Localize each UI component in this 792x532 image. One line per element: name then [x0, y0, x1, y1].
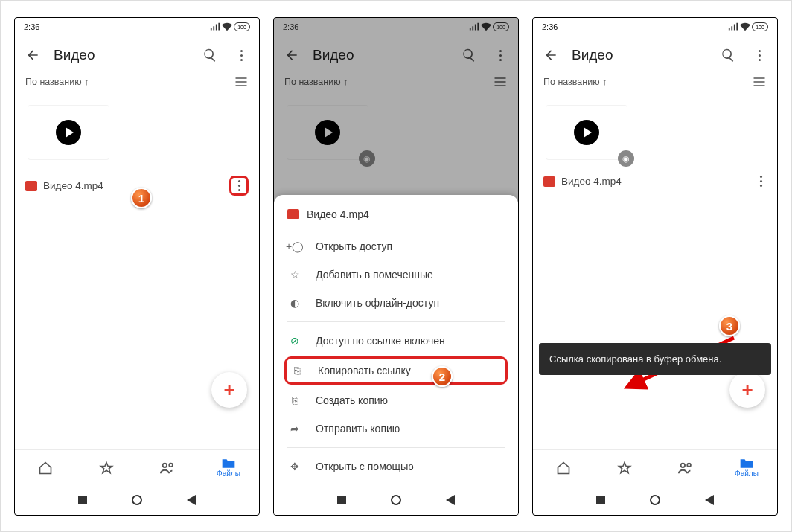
app-toolbar: Видео — [533, 36, 777, 74]
tab-files[interactable]: Файлы — [198, 458, 259, 478]
battery-icon: 100 — [234, 22, 250, 31]
nav-recents[interactable] — [78, 496, 87, 504]
menu-make-copy-label: Создать копию — [316, 394, 388, 406]
tab-shared[interactable] — [137, 461, 198, 475]
sort-label: По названию — [25, 77, 82, 87]
file-grid: Видео 4.mp4 1 + — [15, 92, 259, 449]
view-list-icon[interactable] — [752, 76, 767, 88]
copy-icon: ⎘ — [290, 365, 304, 376]
bottom-sheet: Видео 4.mp4 +◯ Открыть доступ ☆ Добавить… — [274, 195, 518, 485]
file-overflow-highlight — [229, 176, 249, 196]
nav-back[interactable] — [187, 495, 196, 505]
callout-1: 1 — [131, 188, 152, 208]
link-icon: ⊘ — [287, 335, 302, 347]
star-icon — [99, 461, 114, 475]
person-add-icon: +◯ — [287, 240, 302, 252]
file-type-icon — [543, 176, 555, 187]
sort-dir-icon: ↑ — [84, 77, 89, 87]
video-thumbnail[interactable]: ◉ — [546, 106, 627, 159]
menu-star-label: Добавить в помеченные — [316, 269, 433, 281]
menu-open-with-label: Открыть с помощью — [316, 461, 414, 472]
offline-icon: ◐ — [287, 297, 302, 309]
menu-make-copy[interactable]: ⎘ Создать копию — [274, 386, 518, 414]
overflow-button[interactable] — [749, 45, 770, 65]
menu-share[interactable]: +◯ Открыть доступ — [274, 232, 518, 260]
menu-star[interactable]: ☆ Добавить в помеченные — [274, 260, 518, 289]
page-title: Видео — [54, 47, 189, 63]
sheet-header: Видео 4.mp4 — [274, 205, 518, 232]
page-title: Видео — [572, 47, 707, 63]
bottom-tabs: Файлы — [533, 449, 777, 485]
open-with-icon: ✥ — [287, 461, 302, 472]
menu-copy-link[interactable]: ⎘ Копировать ссылку — [284, 356, 508, 385]
tab-home[interactable] — [15, 461, 76, 475]
android-nav — [533, 485, 777, 515]
menu-open-with[interactable]: ✥ Открыть с помощью — [274, 452, 518, 481]
shared-badge-icon: ◉ — [618, 150, 634, 167]
tab-starred[interactable] — [76, 461, 137, 475]
tab-files-label: Файлы — [735, 469, 759, 478]
fab-add[interactable]: + — [211, 372, 247, 408]
more-vert-icon — [753, 50, 765, 61]
file-type-icon — [287, 209, 299, 219]
menu-send-copy[interactable]: ➦ Отправить копию — [274, 414, 518, 443]
file-type-icon — [25, 181, 37, 191]
sheet-filename: Видео 4.mp4 — [307, 208, 369, 220]
nav-back[interactable] — [705, 495, 714, 505]
nav-home[interactable] — [132, 495, 142, 505]
toast-text: Ссылка скопирована в буфер обмена. — [549, 353, 721, 365]
file-name: Видео 4.mp4 — [561, 176, 622, 187]
sort-row[interactable]: По названию ↑ — [533, 74, 777, 92]
tab-shared[interactable] — [655, 461, 716, 475]
people-icon — [159, 461, 176, 475]
search-icon — [202, 48, 217, 63]
android-nav — [274, 485, 518, 515]
menu-offline-label: Включить офлайн-доступ — [316, 297, 439, 309]
folder-icon — [221, 458, 236, 469]
folder-icon — [739, 458, 754, 469]
menu-offline[interactable]: ◐ Включить офлайн-доступ — [274, 289, 518, 317]
play-icon — [574, 120, 599, 145]
people-icon — [677, 461, 694, 475]
nav-recents[interactable] — [337, 496, 346, 504]
video-thumbnail[interactable] — [28, 106, 109, 159]
menu-link-label: Доступ по ссылке включен — [316, 335, 445, 347]
back-button[interactable] — [540, 45, 561, 65]
view-list-icon[interactable] — [234, 76, 249, 88]
nav-home[interactable] — [650, 495, 660, 505]
duplicate-icon: ⎘ — [287, 394, 302, 406]
home-icon — [556, 461, 571, 475]
tab-starred[interactable] — [594, 461, 655, 475]
search-icon — [721, 48, 735, 63]
tab-home[interactable] — [533, 461, 594, 475]
status-bar: 2:36 100 — [15, 18, 259, 36]
overflow-button[interactable] — [231, 45, 252, 65]
menu-link-access[interactable]: ⊘ Доступ по ссылке включен — [274, 327, 518, 355]
signal-icon — [210, 22, 220, 31]
status-bar: 2:36 100 — [533, 18, 777, 36]
file-overflow-button[interactable] — [755, 176, 767, 187]
callout-2: 2 — [432, 366, 453, 387]
tab-files[interactable]: Файлы — [716, 458, 777, 478]
toast-snackbar: Ссылка скопирована в буфер обмена. — [539, 343, 771, 375]
signal-icon — [728, 22, 738, 31]
sort-dir-icon: ↑ — [602, 77, 607, 87]
nav-back[interactable] — [446, 495, 455, 505]
app-toolbar: Видео — [15, 36, 259, 74]
nav-recents[interactable] — [596, 496, 605, 504]
sort-row[interactable]: По названию ↑ — [15, 74, 259, 92]
menu-send-copy-label: Отправить копию — [316, 423, 400, 435]
back-button[interactable] — [22, 45, 43, 65]
nav-home[interactable] — [391, 495, 401, 505]
file-overflow-button[interactable] — [233, 180, 245, 191]
arrow-left-icon — [25, 48, 40, 63]
arrow-left-icon — [543, 48, 558, 63]
search-button[interactable] — [199, 45, 220, 65]
wifi-icon — [222, 22, 232, 31]
battery-icon: 100 — [752, 22, 768, 31]
screen-1: 2:36 100 Видео По названию ↑ Видео 4.mp4 — [14, 17, 260, 516]
search-button[interactable] — [718, 45, 738, 65]
sort-label: По названию — [543, 77, 600, 87]
screen-3: 2:36 100 Видео По названию ↑ ◉ Видео 4.m… — [532, 17, 778, 516]
file-grid: ◉ Видео 4.mp4 + 3 Ссылка скопирована в б… — [533, 92, 777, 449]
